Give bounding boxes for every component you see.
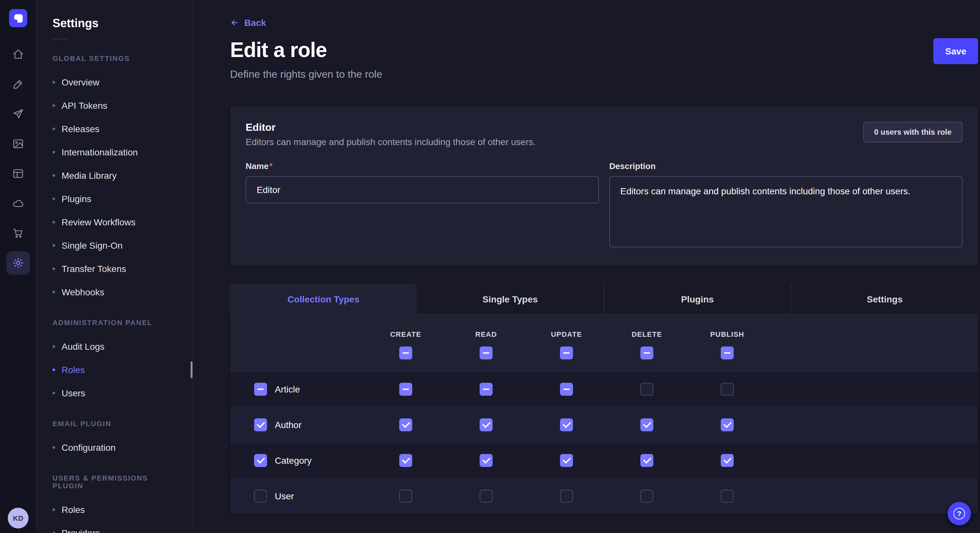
tab-plugins[interactable]: Plugins xyxy=(603,284,791,315)
user-delete-checkbox[interactable] xyxy=(640,490,653,503)
sidebar-item-label: Media Library xyxy=(62,170,117,181)
select-all-delete-checkbox[interactable] xyxy=(640,346,653,359)
sidebar-item-admin-roles[interactable]: Roles xyxy=(37,358,192,381)
save-button[interactable]: Save xyxy=(934,38,978,64)
sidebar-item-label: Audit Logs xyxy=(62,341,104,352)
question-mark-icon: ? xyxy=(953,508,965,519)
category-update-checkbox[interactable] xyxy=(560,454,573,467)
sidebar-item-media-library[interactable]: Media Library xyxy=(37,164,192,187)
pen-icon xyxy=(12,78,24,90)
sidebar-item-transfer-tokens[interactable]: Transfer Tokens xyxy=(37,257,192,281)
page-subtitle: Define the rights given to the role xyxy=(230,69,382,80)
tab-settings[interactable]: Settings xyxy=(791,284,978,315)
marketplace-nav-button[interactable] xyxy=(6,222,30,245)
sidebar-item-review-workflows[interactable]: Review Workflows xyxy=(37,211,192,234)
sidebar-item-label: Review Workflows xyxy=(62,217,135,227)
column-label-update: Update xyxy=(551,330,582,338)
role-name-input[interactable] xyxy=(246,176,599,203)
row-checkbox-article[interactable] xyxy=(254,383,267,396)
sidebar-item-webhooks[interactable]: Webhooks xyxy=(37,281,192,304)
sidebar-item-up-providers[interactable]: Providers xyxy=(37,521,192,533)
author-publish-checkbox[interactable] xyxy=(721,418,734,431)
category-create-checkbox[interactable] xyxy=(399,454,412,467)
category-read-checkbox[interactable] xyxy=(480,454,493,467)
sidebar-item-email-configuration[interactable]: Configuration xyxy=(37,436,192,459)
role-details-card: Editor Editors can manage and publish co… xyxy=(230,106,978,265)
sidebar-item-admin-users[interactable]: Users xyxy=(37,381,192,405)
category-delete-checkbox[interactable] xyxy=(640,454,653,467)
strapi-logo[interactable] xyxy=(9,9,27,27)
sidebar-title-divider xyxy=(52,39,68,40)
article-update-checkbox[interactable] xyxy=(560,383,573,396)
gear-icon xyxy=(12,257,24,269)
required-asterisk: * xyxy=(269,161,272,171)
bullet-icon xyxy=(52,446,55,449)
main-content: Back Edit a role Define the rights given… xyxy=(193,0,980,533)
sidebar-item-label: Providers xyxy=(62,528,100,533)
bullet-icon xyxy=(52,508,55,511)
sidebar-item-audit-logs[interactable]: Audit Logs xyxy=(37,335,192,358)
sidebar-item-label: Plugins xyxy=(62,194,91,204)
user-update-checkbox[interactable] xyxy=(560,490,573,503)
settings-nav-button[interactable] xyxy=(6,251,30,274)
select-all-create-checkbox[interactable] xyxy=(399,346,412,359)
sidebar-item-label: Overview xyxy=(62,77,100,87)
select-all-read-checkbox[interactable] xyxy=(480,346,493,359)
article-delete-checkbox[interactable] xyxy=(640,383,653,396)
sidebar-item-api-tokens[interactable]: API Tokens xyxy=(37,94,192,117)
user-read-checkbox[interactable] xyxy=(480,490,493,503)
user-publish-checkbox[interactable] xyxy=(721,490,734,503)
permissions-tabs: Collection Types Single Types Plugins Se… xyxy=(230,284,978,315)
sidebar-item-internationalization[interactable]: Internationalization xyxy=(37,141,192,164)
bullet-icon xyxy=(52,81,55,84)
section-administration-panel: Administration panel xyxy=(37,319,192,327)
role-description-textarea[interactable]: Editors can manage and publish contents … xyxy=(609,176,963,247)
tab-single-types[interactable]: Single Types xyxy=(417,284,603,315)
column-label-create: Create xyxy=(390,330,421,338)
strapi-logo-icon xyxy=(14,14,22,22)
author-delete-checkbox[interactable] xyxy=(640,418,653,431)
sidebar-title: Settings xyxy=(37,17,192,30)
row-checkbox-author[interactable] xyxy=(254,418,267,431)
sidebar-item-overview[interactable]: Overview xyxy=(37,71,192,94)
user-create-checkbox[interactable] xyxy=(399,490,412,503)
row-checkbox-category[interactable] xyxy=(254,454,267,467)
author-update-checkbox[interactable] xyxy=(560,418,573,431)
article-create-checkbox[interactable] xyxy=(399,383,412,396)
sidebar-item-plugins[interactable]: Plugins xyxy=(37,187,192,211)
column-label-read: Read xyxy=(475,330,497,338)
back-link[interactable]: Back xyxy=(230,17,266,28)
deploy-nav-button[interactable] xyxy=(6,192,30,215)
article-publish-checkbox[interactable] xyxy=(721,383,734,396)
home-nav-button[interactable] xyxy=(6,43,30,66)
author-create-checkbox[interactable] xyxy=(399,418,412,431)
bullet-icon xyxy=(52,244,55,247)
content-type-builder-nav-button[interactable] xyxy=(6,73,30,96)
section-email-plugin: Email plugin xyxy=(37,420,192,427)
select-all-publish-checkbox[interactable] xyxy=(721,346,734,359)
select-all-update-checkbox[interactable] xyxy=(560,346,573,359)
users-with-role-button[interactable]: 0 users with this role xyxy=(863,122,963,143)
bullet-icon xyxy=(52,151,55,154)
sidebar-item-releases[interactable]: Releases xyxy=(37,117,192,141)
row-label-author: Author xyxy=(275,420,302,430)
releases-nav-button[interactable] xyxy=(6,102,30,125)
permission-row-category: Category xyxy=(230,443,978,478)
tab-collection-types[interactable]: Collection Types xyxy=(230,284,417,315)
sidebar-item-label: Roles xyxy=(62,504,85,515)
permissions-table: Create Read Update Delete xyxy=(230,315,978,514)
column-label-delete: Delete xyxy=(632,330,662,338)
content-manager-nav-button[interactable] xyxy=(6,162,30,185)
media-library-nav-button[interactable] xyxy=(6,132,30,155)
article-read-checkbox[interactable] xyxy=(480,383,493,396)
sidebar-item-label: Internationalization xyxy=(62,147,138,157)
help-button[interactable]: ? xyxy=(948,502,971,525)
sidebar-item-up-roles[interactable]: Roles xyxy=(37,498,192,521)
author-read-checkbox[interactable] xyxy=(480,418,493,431)
row-checkbox-user[interactable] xyxy=(254,490,267,503)
user-avatar[interactable]: KD xyxy=(8,508,29,528)
bullet-icon xyxy=(52,291,55,293)
cloud-icon xyxy=(12,198,24,209)
category-publish-checkbox[interactable] xyxy=(721,454,734,467)
sidebar-item-single-sign-on[interactable]: Single Sign-On xyxy=(37,234,192,257)
